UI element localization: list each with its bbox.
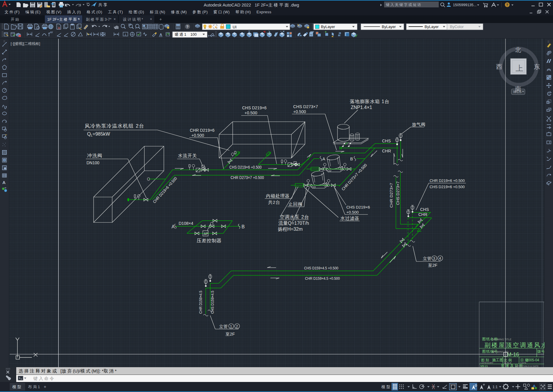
svg-text:版号: 版号 (537, 349, 544, 354)
svg-text:CHR: CHR (382, 149, 391, 153)
svg-text:冲洗阀: 冲洗阀 (87, 153, 103, 158)
svg-text:CHS D219×6: CHS D219×6 (346, 205, 370, 209)
svg-text:?: ? (506, 3, 508, 7)
svg-text:100: 100 (190, 32, 197, 37)
svg-text:ByLayer: ByLayer (425, 25, 439, 29)
svg-text:1: 1 (230, 324, 232, 328)
svg-text:CHR D219×6 +0.500: CHR D219×6 +0.500 (430, 178, 465, 183)
svg-text:CHR D159×4.5: CHR D159×4.5 (198, 291, 203, 314)
svg-text:.1: .1 (124, 33, 126, 36)
svg-text:上: 上 (516, 64, 523, 73)
svg-text:放气阀: 放气阀 (412, 122, 426, 127)
svg-text:布局1: 布局1 (28, 385, 40, 389)
svg-text:CHS: CHS (420, 207, 429, 212)
svg-text:APPROVALS & DATE: APPROVALS & DATE (516, 365, 539, 367)
svg-text:B: B (242, 224, 245, 229)
svg-text:ByLayer: ByLayer (321, 25, 335, 29)
svg-text:B: B (350, 157, 353, 161)
svg-text:F: F (280, 31, 282, 32)
svg-text:A: A (322, 157, 325, 161)
svg-text:CHR: CHR (418, 212, 427, 217)
svg-text:CHR D219×6: CHR D219×6 (190, 128, 215, 133)
svg-text:水过滤器: 水过滤器 (340, 216, 359, 221)
svg-text:西: 西 (496, 63, 502, 70)
svg-text:D108×4: D108×4 (179, 221, 193, 226)
svg-text:施工图: 施工图 (492, 358, 503, 362)
svg-text:+: + (121, 23, 123, 26)
svg-text:ByColor: ByColor (450, 25, 464, 29)
svg-text:副楼屋顶空调通风水系统图: 副楼屋顶空调通风水系统图 (485, 342, 544, 348)
svg-text:A: A (2, 180, 6, 185)
svg-text:至2F: 至2F (428, 263, 438, 268)
svg-text:+0.500: +0.500 (293, 109, 306, 114)
svg-text:DRAWING NO.: DRAWING NO. (492, 350, 509, 353)
svg-text:CHS D273×7: CHS D273×7 (396, 181, 400, 205)
svg-text:ByLayer: ByLayer (382, 25, 396, 29)
svg-text:CHS D159×4.5 +0.500: CHS D159×4.5 +0.500 (304, 266, 338, 270)
svg-text:4: 4 (439, 256, 441, 261)
svg-text:CATEGORY: CATEGORY (480, 362, 494, 364)
svg-text:QL=985kW: QL=985kW (87, 131, 110, 137)
svg-text:fo: fo (310, 33, 312, 36)
svg-text:CHR D273×7 +0.500: CHR D273×7 +0.500 (231, 175, 264, 180)
svg-text:ΔP: ΔP (204, 232, 208, 235)
svg-text:暖通1: 暖通1 (175, 32, 187, 37)
svg-text:CHS D219×6 +0.500: CHS D219×6 +0.500 (430, 185, 465, 189)
svg-text:立管: 立管 (423, 256, 431, 261)
svg-text:2005-04: 2005-04 (526, 358, 539, 362)
svg-text:+0.500: +0.500 (244, 110, 257, 115)
svg-text:1505999135...: 1505999135... (453, 3, 477, 7)
svg-text:[-][俯视][二维线框]: [-][俯视][二维线框] (11, 42, 40, 46)
svg-text:1:1: 1:1 (492, 385, 497, 389)
svg-text:扬程H=32m: 扬程H=32m (278, 227, 303, 232)
svg-text:3: 3 (433, 256, 435, 261)
svg-text:ZNP1.4×1: ZNP1.4×1 (351, 105, 372, 110)
svg-text:WCS: WCS (513, 90, 521, 94)
svg-text:+: + (44, 384, 46, 389)
svg-text:空调水泵 2台: 空调水泵 2台 (280, 214, 309, 219)
svg-text:CHS D219×6 +0.500: CHS D219×6 +0.500 (229, 165, 262, 170)
svg-text:2: 2 (236, 324, 238, 328)
svg-text:CHS: CHS (382, 139, 391, 143)
svg-text:+0.500: +0.500 (346, 210, 359, 214)
svg-text:水流开关: 水流开关 (178, 153, 197, 158)
svg-text:压差控制器: 压差控制器 (197, 238, 222, 243)
svg-text:XY: XY (50, 31, 53, 33)
svg-text:共享: 共享 (98, 3, 108, 7)
svg-text:风冷热泵冷温水机组 2台: 风冷热泵冷温水机组 2台 (85, 123, 144, 129)
svg-text:北: 北 (515, 46, 521, 53)
svg-text:CHS D219×6: CHS D219×6 (242, 105, 267, 110)
svg-text:至2F: 至2F (226, 332, 235, 336)
svg-text:模型: 模型 (381, 385, 391, 389)
svg-text:立管: 立管 (219, 324, 228, 329)
svg-text:DRAWING TITLE: DRAWING TITLE (492, 338, 511, 341)
svg-text:流量Q=170T/h: 流量Q=170T/h (278, 221, 309, 226)
svg-text:落地膨胀水箱 1台: 落地膨胀水箱 1台 (350, 99, 389, 104)
svg-text:CHS D159×4.5: CHS D159×4.5 (210, 291, 215, 314)
svg-text:?: ? (186, 25, 188, 29)
svg-text:A: A (172, 224, 175, 229)
svg-text:内磁处理器: 内磁处理器 (266, 193, 290, 198)
svg-text:东: 东 (534, 63, 540, 70)
svg-text:CHR D159×4.5 +0.500: CHR D159×4.5 +0.500 (305, 276, 340, 281)
svg-text:CHR D273×7: CHR D273×7 (389, 183, 394, 208)
svg-text:+0.500: +0.500 (191, 133, 204, 138)
svg-text:DN100: DN100 (87, 160, 99, 165)
svg-text:A: A (159, 32, 162, 37)
svg-text:M9-21: M9-21 (480, 365, 488, 367)
svg-text:CHS D273×7: CHS D273×7 (293, 104, 318, 109)
svg-text:共2台: 共2台 (268, 200, 280, 205)
svg-text:M-16: M-16 (507, 352, 519, 357)
svg-text:模型: 模型 (12, 385, 22, 389)
svg-text:UI: UI (233, 25, 236, 29)
